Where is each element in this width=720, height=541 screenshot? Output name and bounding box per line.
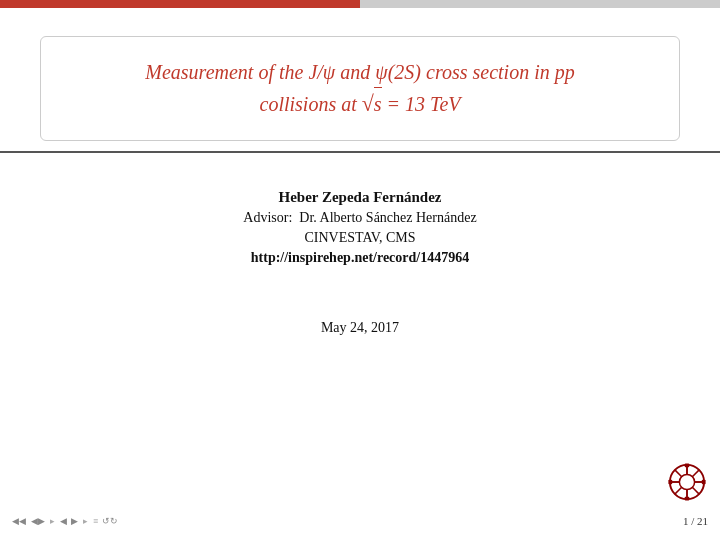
title-divider bbox=[0, 151, 720, 153]
nav-last-icon[interactable]: ▶ bbox=[71, 516, 78, 526]
slide: Measurement of the J/ψ and ψ(2S) cross s… bbox=[0, 0, 720, 541]
title-line1: Measurement of the J/ψ and ψ(2S) cross s… bbox=[71, 57, 649, 87]
page-number: 1 / 21 bbox=[683, 515, 708, 527]
author-advisor: Advisor: Dr. Alberto Sánchez Hernández bbox=[0, 210, 720, 226]
svg-rect-11 bbox=[685, 497, 690, 501]
advisor-name: Dr. Alberto Sánchez Hernández bbox=[299, 210, 476, 225]
top-bar-gray bbox=[360, 0, 720, 8]
nav-first-icon[interactable]: ◀◀ bbox=[12, 516, 26, 526]
top-bar bbox=[0, 0, 720, 8]
nav-icons: ◀◀ ◀▶ ▸ ◀ ▶ ▸ ≡ ↺↻ bbox=[12, 516, 118, 526]
svg-line-6 bbox=[675, 470, 682, 477]
top-bar-red bbox=[0, 0, 360, 8]
author-section: Heber Zepeda Fernández Advisor: Dr. Albe… bbox=[0, 189, 720, 270]
nav-eq-icon[interactable]: ≡ bbox=[93, 516, 98, 526]
svg-rect-10 bbox=[685, 463, 690, 467]
date-section: May 24, 2017 bbox=[0, 320, 720, 336]
title-line2: collisions at √s = 13 TeV bbox=[71, 87, 649, 120]
cms-logo bbox=[668, 463, 706, 505]
title-section: Measurement of the J/ψ and ψ(2S) cross s… bbox=[40, 36, 680, 141]
author-name: Heber Zepeda Fernández bbox=[0, 189, 720, 206]
nav-prev-icon[interactable]: ◀▶ bbox=[31, 516, 45, 526]
svg-line-9 bbox=[675, 487, 682, 494]
svg-line-7 bbox=[692, 487, 699, 494]
author-link[interactable]: http://inspirehep.net/record/1447964 bbox=[0, 250, 720, 266]
svg-rect-13 bbox=[702, 480, 706, 485]
author-institution: CINVESTAV, CMS bbox=[0, 230, 720, 246]
svg-rect-12 bbox=[668, 480, 672, 485]
advisor-label: Advisor: bbox=[243, 210, 292, 225]
cms-logo-svg bbox=[668, 463, 706, 501]
date-text: May 24, 2017 bbox=[321, 320, 399, 335]
bottom-bar: ◀◀ ◀▶ ▸ ◀ ▶ ▸ ≡ ↺↻ 1 / 21 bbox=[0, 505, 720, 541]
nav-next-icon[interactable]: ◀ bbox=[60, 516, 67, 526]
nav-loop-icon[interactable]: ↺↻ bbox=[102, 516, 118, 526]
svg-line-8 bbox=[692, 470, 699, 477]
